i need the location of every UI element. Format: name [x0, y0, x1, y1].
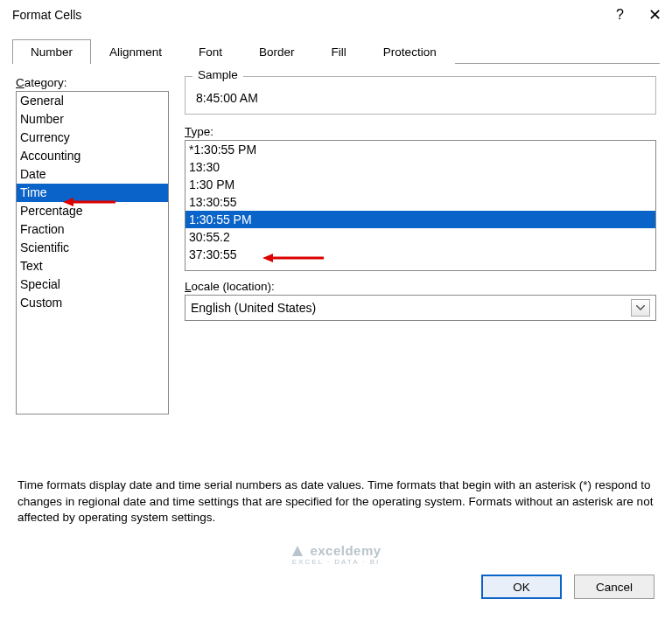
category-item-date[interactable]: Date [17, 165, 168, 184]
close-icon[interactable]: ✕ [648, 7, 662, 23]
sample-label: Sample [192, 68, 243, 81]
category-item-time[interactable]: Time [17, 184, 168, 202]
tab-alignment[interactable]: Alignment [91, 39, 180, 64]
description-text: Time formats display date and time seria… [18, 477, 654, 526]
tab-protection[interactable]: Protection [365, 39, 455, 64]
tabs: NumberAlignmentFontBorderFillProtection [12, 38, 660, 63]
watermark: exceldemy EXCEL · DATA · BI [0, 543, 672, 566]
category-item-number[interactable]: Number [17, 110, 168, 129]
tab-border[interactable]: Border [241, 39, 313, 64]
category-item-percentage[interactable]: Percentage [17, 202, 168, 220]
category-item-fraction[interactable]: Fraction [17, 220, 168, 239]
category-item-currency[interactable]: Currency [17, 129, 168, 147]
type-item[interactable]: *1:30:55 PM [186, 141, 655, 158]
type-item[interactable]: 37:30:55 [186, 246, 655, 263]
category-item-custom[interactable]: Custom [17, 294, 168, 312]
locale-label: Locale (location): [185, 280, 656, 293]
titlebar: Format Cells ? ✕ [0, 0, 672, 30]
locale-select[interactable]: English (United States) [185, 295, 656, 321]
tab-fill[interactable]: Fill [313, 39, 365, 64]
type-item[interactable]: 13:30 [186, 158, 655, 176]
sample-group: Sample 8:45:00 AM [185, 76, 656, 115]
category-label: Category: [16, 76, 169, 89]
tab-number[interactable]: Number [12, 39, 91, 64]
type-list[interactable]: *1:30:55 PM13:301:30 PM13:30:551:30:55 P… [185, 140, 656, 271]
locale-value: English (United States) [191, 301, 316, 315]
type-item[interactable]: 1:30 PM [186, 176, 655, 193]
format-cells-dialog: Format Cells ? ✕ NumberAlignmentFontBord… [0, 0, 672, 620]
type-item[interactable]: 30:55.2 [186, 228, 655, 246]
category-item-scientific[interactable]: Scientific [17, 239, 168, 257]
help-icon[interactable]: ? [616, 7, 624, 23]
chevron-down-icon[interactable] [631, 299, 650, 317]
tab-font[interactable]: Font [180, 39, 241, 64]
category-item-text[interactable]: Text [17, 257, 168, 275]
type-item[interactable]: 1:30:55 PM [186, 211, 655, 228]
type-item[interactable]: 13:30:55 [186, 193, 655, 211]
dialog-title: Format Cells [12, 8, 81, 22]
category-list[interactable]: GeneralNumberCurrencyAccountingDateTimeP… [16, 91, 169, 414]
cancel-button[interactable]: Cancel [574, 575, 654, 599]
category-item-accounting[interactable]: Accounting [17, 147, 168, 165]
category-item-special[interactable]: Special [17, 275, 168, 294]
type-label: Type: [185, 125, 656, 138]
ok-button[interactable]: OK [481, 575, 562, 599]
category-item-general[interactable]: General [17, 92, 168, 110]
sample-value: 8:45:00 AM [194, 89, 647, 105]
